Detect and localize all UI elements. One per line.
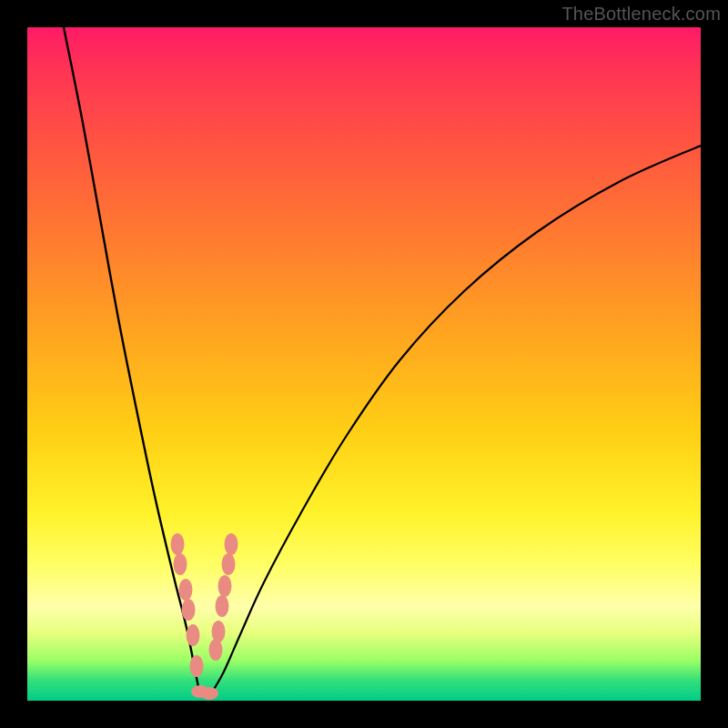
curve-group <box>64 27 701 696</box>
plot-area <box>27 27 701 701</box>
chart-svg <box>27 27 701 701</box>
marker-right-3 <box>216 595 229 617</box>
marker-left-1 <box>174 553 187 575</box>
outer-frame: TheBottleneck.com <box>0 0 728 728</box>
marker-right-1 <box>222 553 236 575</box>
marker-right-0 <box>225 533 238 555</box>
marker-right-4 <box>212 621 226 642</box>
marker-left-5 <box>190 655 204 677</box>
marker-right-2 <box>218 575 232 597</box>
marker-group <box>171 533 238 700</box>
left-branch-curve <box>64 27 200 696</box>
marker-left-3 <box>182 599 196 621</box>
watermark-text: TheBottleneck.com <box>561 4 721 25</box>
marker-right-5 <box>209 639 223 661</box>
right-branch-curve <box>209 146 701 696</box>
marker-left-2 <box>179 579 193 601</box>
marker-left-4 <box>187 624 200 646</box>
marker-bottom-1 <box>200 687 218 700</box>
marker-left-0 <box>171 533 185 555</box>
